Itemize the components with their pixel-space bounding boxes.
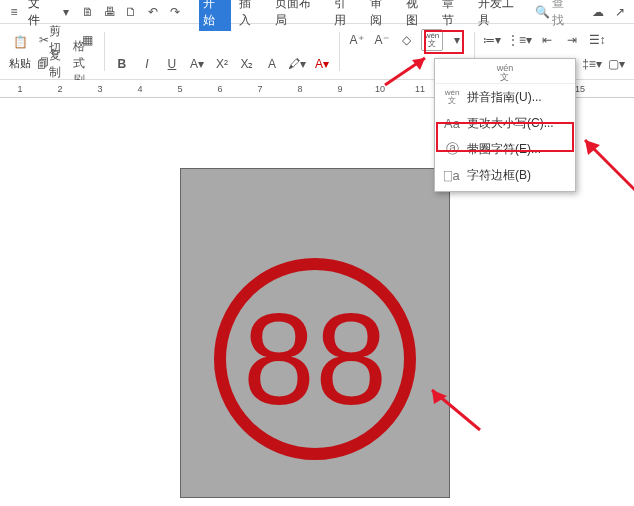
font-dropdown[interactable]: A▾ (186, 53, 208, 75)
indent-inc-button[interactable]: ⇥ (561, 29, 583, 51)
enclosed-char-icon: ⓐ (443, 140, 461, 158)
svg-text:88: 88 (243, 286, 388, 432)
copy-icon: 🗐 (37, 57, 49, 71)
indent-dec-button[interactable]: ⇤ (536, 29, 558, 51)
line-spacing-button[interactable]: ‡≡▾ (581, 53, 603, 75)
dropdown-icon[interactable]: ▾ (58, 4, 74, 20)
ruler-number: 5 (177, 84, 182, 94)
redo-icon[interactable]: ↷ (167, 4, 183, 20)
ruler-number: 10 (375, 84, 385, 94)
phonetic-guide-button[interactable]: wén 文 (421, 29, 444, 51)
subscript-button[interactable]: X₂ (236, 53, 258, 75)
tab-insert[interactable]: 插入 (235, 0, 267, 31)
cloud-icon[interactable]: ☁ (590, 4, 606, 20)
char-border-icon: ⎕a (443, 168, 461, 183)
number-list-button[interactable]: ⋮≡▾ (506, 29, 533, 51)
ruler-number: 1 (17, 84, 22, 94)
superscript-button[interactable]: X² (211, 53, 233, 75)
hamburger-icon[interactable]: ≡ (6, 4, 22, 20)
tab-references[interactable]: 引用 (330, 0, 362, 31)
clear-format-button[interactable]: ◇ (396, 29, 418, 51)
font-color-button[interactable]: A▾ (311, 53, 333, 75)
text-effect-button[interactable]: A (261, 53, 283, 75)
menu-pinyin-guide[interactable]: wén文 拼音指南(U)... (435, 84, 575, 110)
menu-enclosed-char-label: 带圈字符(E)... (467, 141, 541, 158)
tab-section[interactable]: 章节 (438, 0, 470, 31)
enclosed-character: 88 (210, 254, 420, 464)
menu-character-border[interactable]: ⎕a 字符边框(B) (435, 162, 575, 188)
search-label: 查找 (552, 0, 576, 29)
print-icon[interactable]: 🖶 (102, 4, 118, 20)
bullet-list-button[interactable]: ≔▾ (481, 29, 503, 51)
paste-button[interactable]: 📋 粘贴 (6, 28, 34, 75)
ruler-number: 11 (415, 84, 425, 94)
ruler-number: 4 (137, 84, 142, 94)
menu-change-case[interactable]: Aa 更改大小写(C)... (435, 110, 575, 136)
search-icon: 🔍 (535, 5, 550, 19)
copy-button[interactable]: 🗐复制 (34, 53, 65, 75)
bold-button[interactable]: B (111, 53, 133, 75)
ruler-number: 3 (97, 84, 102, 94)
tab-view[interactable]: 视图 (402, 0, 434, 31)
menu-char-border-label: 字符边框(B) (467, 167, 531, 184)
tab-pagelayout[interactable]: 页面布局 (271, 0, 327, 31)
dropdown-header: wén文 (435, 62, 575, 84)
change-case-icon: Aa (443, 116, 461, 131)
undo-icon[interactable]: ↶ (145, 4, 161, 20)
menu-enclosed-character[interactable]: ⓐ 带圈字符(E)... (435, 136, 575, 162)
sort-button[interactable]: ☰↕ (586, 29, 608, 51)
menu-change-case-label: 更改大小写(C)... (467, 115, 554, 132)
highlight-button[interactable]: 🖍▾ (286, 53, 308, 75)
ruler-number: 7 (257, 84, 262, 94)
underline-button[interactable]: U (161, 53, 183, 75)
menubar: ≡ 文件 ▾ 🗎 🖶 🗋 ↶ ↷ 开始 插入 页面布局 引用 审阅 视图 章节 … (0, 0, 634, 24)
paste-label: 粘贴 (9, 56, 31, 71)
ruler-number: 15 (575, 84, 585, 94)
shading-button[interactable]: ▢▾ (606, 53, 628, 75)
doc-icon[interactable]: 🗎 (80, 4, 96, 20)
tab-start[interactable]: 开始 (199, 0, 231, 31)
menu-pinyin-label: 拼音指南(U)... (467, 89, 542, 106)
ribbon-tabs: 开始 插入 页面布局 引用 审阅 视图 章节 开发工具 (199, 0, 529, 31)
pinyin-small-icon: wén文 (443, 89, 461, 105)
preview-icon[interactable]: 🗋 (123, 4, 139, 20)
search-box[interactable]: 🔍 查找 (535, 0, 576, 29)
ruler-number: 2 (57, 84, 62, 94)
phonetic-dropdown-arrow[interactable]: ▾ (446, 29, 468, 51)
phonetic-dropdown-menu: wén文 wén文 拼音指南(U)... Aa 更改大小写(C)... ⓐ 带圈… (434, 58, 576, 192)
increase-font-button[interactable]: A⁺ (346, 29, 368, 51)
scissors-icon: ✂ (39, 33, 49, 47)
tab-review[interactable]: 审阅 (366, 0, 398, 31)
tab-devtools[interactable]: 开发工具 (474, 0, 530, 31)
ruler-number: 9 (337, 84, 342, 94)
share-icon[interactable]: ↗ (612, 4, 628, 20)
ruler-number: 8 (297, 84, 302, 94)
italic-button[interactable]: I (136, 53, 158, 75)
ruler-number: 6 (217, 84, 222, 94)
format-painter-button[interactable]: 格式刷 (68, 53, 99, 75)
page[interactable]: 88 (180, 168, 450, 498)
clipboard-icon: 📋 (6, 28, 34, 56)
decrease-font-button[interactable]: A⁻ (371, 29, 393, 51)
